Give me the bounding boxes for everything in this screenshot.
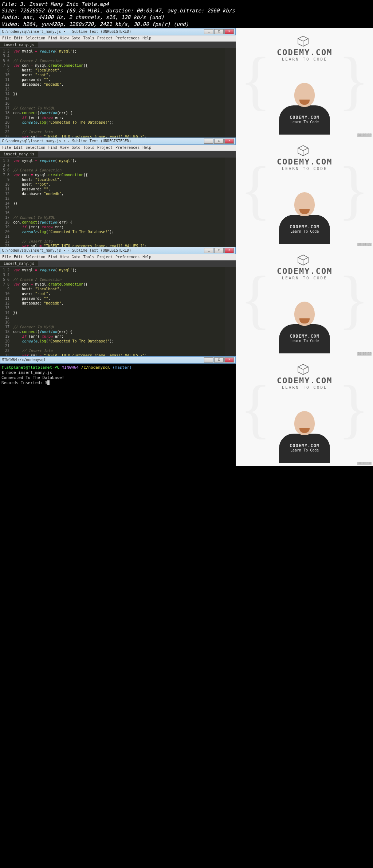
timestamp: 00:01:22 [357,243,372,246]
menu-project[interactable]: Project [97,146,113,150]
menu-tools[interactable]: Tools [83,255,94,259]
logo-subtitle: LEARN TO CODE [270,57,339,62]
minimize-button[interactable]: _ [204,357,213,363]
menu-find[interactable]: Find [48,255,57,259]
minimap[interactable] [225,158,236,247]
menu-file[interactable]: File [2,255,11,259]
presenter-avatar: CODEMY.COMLearn To Code [275,302,334,356]
tab-file[interactable]: insert_many.js [0,42,38,47]
frame-2: C:\nodemysql\insert_many.js • - Sublime … [0,137,373,247]
brace-right-icon: } [338,261,369,337]
code-area[interactable]: 1 2 3 4 5 6 7 8 9 10 11 12 13 14 15 16 1… [0,48,236,137]
menu-file[interactable]: File [2,146,11,150]
code-area[interactable]: 1 2 3 4 5 6 7 8 9 10 11 12 13 14 15 16 1… [0,267,236,356]
close-button[interactable]: × [224,357,234,363]
presenter-pane: { } CODEMY.COMLEARN TO CODE CODEMY.COMLe… [236,247,373,356]
menu-find[interactable]: Find [48,146,57,150]
code-content[interactable]: var mysql = require('mysql'); // Create … [12,267,225,356]
menu-project[interactable]: Project [97,255,113,259]
meta-size: Size: 72626552 bytes (69.26 MiB), durati… [1,7,372,14]
window-titlebar[interactable]: C:\nodemysql\insert_many.js • - Sublime … [0,137,236,145]
frame-3: C:\nodemysql\insert_many.js • - Sublime … [0,247,373,356]
menu-tools[interactable]: Tools [83,146,94,150]
logo-title: CODEMY.COM [277,157,332,166]
menu-edit[interactable]: Edit [14,255,23,259]
window-controls: _ □ × [204,29,234,34]
shirt-text-main: CODEMY.COM [279,115,330,120]
code-content[interactable]: var mysql = require('mysql'); // Create … [12,158,225,247]
maximize-button[interactable]: □ [214,357,224,363]
menu-bar: File Edit Selection Find View Goto Tools… [0,35,236,42]
menu-goto[interactable]: Goto [72,36,81,40]
menu-tools[interactable]: Tools [83,36,94,40]
menu-help[interactable]: Help [142,255,151,259]
menu-help[interactable]: Help [142,146,151,150]
svg-marker-3 [298,364,308,369]
logo-subtitle: LEARN TO CODE [270,385,339,390]
menu-edit[interactable]: Edit [14,146,23,150]
minimize-button[interactable]: _ [204,248,213,253]
window-titlebar[interactable]: MINGW64:/c/nodemysql _□× [0,356,236,364]
presenter-avatar: CODEMY.COMLearn To Code [275,83,334,137]
menu-find[interactable]: Find [48,36,57,40]
tab-file[interactable]: insert_many.js [0,261,38,266]
menu-selection[interactable]: Selection [25,146,45,150]
tab-file[interactable]: insert_many.js [0,151,38,157]
menu-view[interactable]: View [60,146,68,150]
minimize-button[interactable]: _ [204,139,213,144]
ffmpeg-meta-header: File: 3. Insert Many Into Table.mp4 Size… [0,0,373,28]
menu-goto[interactable]: Goto [72,255,81,259]
minimap[interactable] [225,267,236,356]
line-gutter: 1 2 3 4 5 6 7 8 9 10 11 12 13 14 15 16 1… [0,48,12,137]
window-titlebar[interactable]: C:\nodemysql\insert_many.js • - Sublime … [0,28,236,35]
menu-goto[interactable]: Goto [72,146,81,150]
menu-bar: FileEditSelectionFindViewGotoToolsProjec… [0,145,236,151]
maximize-button[interactable]: □ [214,29,224,34]
menu-project[interactable]: Project [97,36,113,40]
brace-right-icon: } [338,43,369,118]
sublime-window: C:\nodemysql\insert_many.js • - Sublime … [0,137,236,247]
line-gutter: 1 2 3 4 5 6 7 8 9 10 11 12 13 14 15 16 1… [0,267,12,356]
cube-icon [297,145,309,157]
maximize-button[interactable]: □ [214,139,224,144]
menu-preferences[interactable]: Preferences [115,146,140,150]
close-button[interactable]: × [224,139,234,144]
window-title: MINGW64:/c/nodemysql [2,358,46,362]
logo-subtitle: LEARN TO CODE [270,276,339,280]
presenter-pane: { } CODEMY.COM LEARN TO CODE CODEMY.COML… [236,28,373,137]
menu-file[interactable]: File [2,36,11,40]
line-gutter: 1 2 3 4 5 6 7 8 9 10 11 12 13 14 15 16 1… [0,158,12,247]
menu-bar: FileEditSelectionFindViewGotoToolsProjec… [0,254,236,260]
close-button[interactable]: × [224,29,234,34]
meta-audio: Audio: aac, 44100 Hz, 2 channels, s16, 1… [1,14,372,20]
brace-left-icon: { [240,371,271,446]
code-content[interactable]: var mysql = require('mysql'); // Create … [12,48,225,137]
brace-right-icon: } [338,371,369,446]
minimize-button[interactable]: _ [204,29,213,34]
menu-view[interactable]: View [60,255,68,259]
menu-preferences[interactable]: Preferences [115,255,140,259]
code-area[interactable]: 1 2 3 4 5 6 7 8 9 10 11 12 13 14 15 16 1… [0,158,236,247]
terminal-output[interactable]: flatplanet@flatplanet-PC MINGW64 /c/node… [0,364,236,466]
sublime-window: C:\nodemysql\insert_many.js • - Sublime … [0,28,236,137]
menu-preferences[interactable]: Preferences [115,36,140,40]
window-title: C:\nodemysql\insert_many.js • - Sublime … [2,139,131,143]
menu-edit[interactable]: Edit [14,36,23,40]
terminal-window: MINGW64:/c/nodemysql _□× flatplanet@flat… [0,356,236,466]
frame-1: C:\nodemysql\insert_many.js • - Sublime … [0,28,373,137]
window-titlebar[interactable]: C:\nodemysql\insert_many.js • - Sublime … [0,247,236,254]
logo-title: CODEMY.COM [277,376,332,385]
timestamp: 00:00:19 [357,133,372,137]
menu-selection[interactable]: Selection [25,255,45,259]
presenter-avatar: CODEMY.COMLearn To Code [275,411,334,466]
menu-view[interactable]: View [60,36,68,40]
minimap[interactable] [225,48,236,137]
menu-help[interactable]: Help [142,36,151,40]
timestamp: 00:03:31 [357,462,372,465]
menu-selection[interactable]: Selection [25,36,45,40]
close-button[interactable]: × [224,248,234,253]
maximize-button[interactable]: □ [214,248,224,253]
brace-left-icon: { [240,261,271,337]
presenter-avatar: CODEMY.COMLearn To Code [275,192,334,247]
presenter-pane: { } CODEMY.COMLEARN TO CODE CODEMY.COMLe… [236,137,373,247]
